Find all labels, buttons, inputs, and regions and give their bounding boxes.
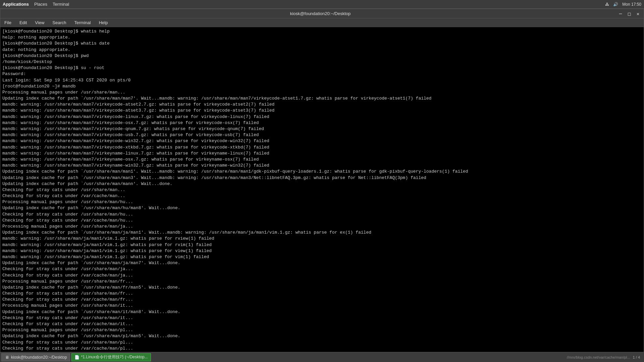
taskbar-item-document-label: *1.Linux命令行使用技巧 (~/Desktop...: [81, 354, 148, 360]
menu-view[interactable]: View: [32, 19, 47, 26]
taskbar-right-text: //mrx/blog.csdn.net/var/cache/man/pl...: [567, 355, 630, 359]
menu-help[interactable]: Help: [96, 19, 111, 26]
terminal-taskbar-icon: 🖥: [4, 355, 10, 360]
system-bar-right: 🖧 🔊 Mon 17:50: [605, 2, 641, 7]
system-bar-left: Applications Places Terminal: [3, 2, 69, 7]
close-button[interactable]: ✕: [635, 11, 641, 16]
taskbar-item-terminal-label: kiosk@foundation20:~/Desktop: [11, 355, 67, 360]
menu-search[interactable]: Search: [50, 19, 69, 26]
menu-edit[interactable]: Edit: [17, 19, 30, 26]
menu-file[interactable]: File: [2, 19, 14, 26]
clock: Mon 17:50: [622, 2, 641, 7]
terminal-titlebar: kiosk@foundation20:~/Desktop ─ □ ✕: [0, 9, 644, 18]
terminal-content[interactable]: [kiosk@foundation20 Desktop]$ whatis hel…: [0, 27, 644, 362]
maximize-button[interactable]: □: [626, 11, 632, 16]
window-controls: ─ □ ✕: [618, 11, 641, 16]
places-menu[interactable]: Places: [34, 2, 47, 7]
document-taskbar-icon: 📄: [74, 355, 80, 360]
terminal-window: kiosk@foundation20:~/Desktop ─ □ ✕ File …: [0, 9, 644, 362]
terminal-menubar: File Edit View Search Terminal Help: [0, 18, 644, 27]
network-icon: 🖧: [605, 2, 609, 7]
minimize-button[interactable]: ─: [618, 11, 624, 16]
taskbar-item-document[interactable]: 📄 *1.Linux命令行使用技巧 (~/Desktop...: [71, 353, 151, 361]
terminal-title: kiosk@foundation20:~/Desktop: [23, 11, 618, 16]
volume-icon: 🔊: [613, 2, 618, 7]
system-bar: Applications Places Terminal 🖧 🔊 Mon 17:…: [0, 0, 644, 9]
page-indicator: 1 / 4: [633, 355, 640, 359]
menu-terminal[interactable]: Terminal: [72, 19, 94, 26]
taskbar: 🖥 kiosk@foundation20:~/Desktop 📄 *1.Linu…: [0, 352, 644, 362]
applications-menu[interactable]: Applications: [3, 2, 29, 7]
taskbar-right: //mrx/blog.csdn.net/var/cache/man/pl... …: [567, 355, 643, 359]
taskbar-item-terminal[interactable]: 🖥 kiosk@foundation20:~/Desktop: [1, 353, 70, 361]
terminal-menu[interactable]: Terminal: [53, 2, 69, 7]
